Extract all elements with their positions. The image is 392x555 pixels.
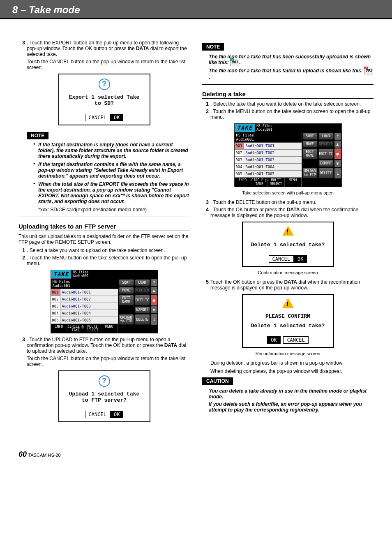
warning-icon xyxy=(282,298,294,308)
take-screen: TAKE HS FilesAudio001 HS FilesAudio001 0… xyxy=(51,270,158,333)
delete-confirm-dialog: Delete 1 selected take? CANCELOK xyxy=(242,222,334,267)
export-button[interactable]: EXPORT xyxy=(318,160,334,167)
delete-step-3: 3 . Touch the DELETE button on the pull-… xyxy=(202,199,374,205)
delete-button[interactable]: DELETE xyxy=(318,168,334,178)
edit-name-button[interactable]: EDIT NAME xyxy=(302,148,318,159)
export-button[interactable]: EXPORT xyxy=(135,306,150,313)
question-icon: ? xyxy=(99,79,110,90)
upload-dialog: ? Upload 1 selected take to FTP server? … xyxy=(58,370,150,422)
scroll-down-icon[interactable]: ▼ xyxy=(334,160,341,167)
left-column: 3 . Touch the EXPORT button on the pull-… xyxy=(18,40,190,426)
scroll-top-icon[interactable]: ⤒ xyxy=(334,133,341,140)
edit-tc-button[interactable]: EDIT TC xyxy=(135,295,150,305)
multi-select-button[interactable]: MULTI SELECT xyxy=(268,178,285,187)
menu-button[interactable]: MENU xyxy=(101,324,118,333)
scroll-thumb[interactable]: ● xyxy=(334,148,341,159)
sort-button[interactable]: SORT xyxy=(302,133,318,140)
scroll-down-icon[interactable]: ▼ xyxy=(151,306,157,313)
ok-button[interactable]: OK xyxy=(110,114,123,121)
take-row[interactable]: 005Audio001-T005 xyxy=(51,317,118,324)
info-button[interactable]: INFO xyxy=(235,178,251,187)
scroll-bottom-icon[interactable]: ⤓ xyxy=(151,314,157,325)
info-button[interactable]: INFO xyxy=(51,324,68,333)
caution-label: CAUTION xyxy=(202,377,233,385)
upload-step-1: 1 . Select a take you want to upload on … xyxy=(18,247,190,253)
scroll-up-icon[interactable]: ▲ xyxy=(334,141,341,148)
delete-reconfirm-dialog: PLEASE CONFIRM Delete 1 selected take? O… xyxy=(242,294,334,348)
scroll-up-icon[interactable]: ▲ xyxy=(151,287,157,294)
upload-ftp-button[interactable]: UPLOAD to FTP xyxy=(302,168,318,178)
upload-heading: Uploading takes to an FTP server xyxy=(18,223,190,231)
take-list: HS FilesAudio001 001Audio001-T001 002Aud… xyxy=(235,132,302,187)
cancel-button[interactable]: CANCEL xyxy=(85,114,110,121)
delete-step-5: 5 Touch the OK button or press the DATA … xyxy=(202,279,374,291)
delete-button[interactable]: DELETE xyxy=(135,314,150,325)
upload-fail-icon: ✗001 xyxy=(364,68,373,74)
take-row[interactable]: 002Audio001-T002 xyxy=(235,150,302,157)
take-list: HS FilesAudio001 001Audio001-T001 002Aud… xyxy=(51,279,118,333)
pull-up-menu: SORTLOAD⤒ MOVEREBUILD▲ EDIT NAMEEDIT TC●… xyxy=(118,279,158,333)
take-row[interactable]: 002Audio001-T002 xyxy=(51,296,118,303)
chapter-header: 8 – Take mode xyxy=(0,0,392,19)
load-button[interactable]: LOAD xyxy=(135,279,150,286)
ok-button[interactable]: OK xyxy=(294,255,307,263)
scroll-top-icon[interactable]: ⤒ xyxy=(151,279,157,286)
back-icon[interactable]: TAKE xyxy=(51,270,71,279)
export-step-3: 3 . Touch the EXPORT button on the pull-… xyxy=(18,40,190,70)
note-label: NOTE xyxy=(27,132,48,139)
upload-ok-icon: ✓001 xyxy=(230,60,239,66)
ok-button[interactable]: OK xyxy=(110,411,123,418)
upload-step-2: 2 . Touch the MENU button on the take se… xyxy=(18,255,190,266)
note-label: NOTE xyxy=(202,43,224,51)
circle-take-button[interactable]: CIRCLE @ TAKE xyxy=(67,324,84,333)
move-button[interactable]: MOVE xyxy=(302,141,318,148)
edit-name-button[interactable]: EDIT NAME xyxy=(119,295,134,305)
delete-step-4: 4 . Touch the OK button or press the DAT… xyxy=(202,207,374,218)
load-button[interactable]: LOAD xyxy=(318,133,334,140)
take-row[interactable]: 003Audio001-T003 xyxy=(51,303,118,310)
page-number: 60 xyxy=(18,450,27,458)
take-row[interactable]: 005Audio001-T005 xyxy=(235,171,302,178)
upload-ftp-button[interactable]: UPLOAD to FTP xyxy=(119,314,134,325)
ok-button[interactable]: OK xyxy=(267,336,280,344)
cancel-button[interactable]: CANCEL xyxy=(85,411,110,418)
rebuild-button[interactable]: REBUILD xyxy=(135,287,150,294)
take-row[interactable]: 004Audio001-T004 xyxy=(235,164,302,171)
pull-up-menu: SORTLOAD⤒ MOVEREBUILD▲ EDIT NAMEEDIT TC●… xyxy=(302,132,341,187)
model-name: TASCAM HS-20 xyxy=(28,453,60,458)
scroll-thumb[interactable]: ● xyxy=(151,295,157,305)
delete-step-2: 2 . Touch the MENU button on the take se… xyxy=(202,109,374,120)
take-row[interactable]: 003Audio001-T003 xyxy=(235,157,302,164)
warning-icon xyxy=(282,226,294,236)
page-footer: 60 TASCAM HS-20 xyxy=(0,434,392,467)
menu-button[interactable]: MENU xyxy=(285,178,302,187)
move-button[interactable]: MOVE xyxy=(119,287,134,294)
scroll-bottom-icon[interactable]: ⤓ xyxy=(334,168,341,178)
take-row[interactable]: 001Audio001-T001 xyxy=(235,143,302,150)
edit-tc-button[interactable]: EDIT TC xyxy=(318,148,334,159)
upload-step-3: 3 . Touch the UPLOAD to FTP button on th… xyxy=(18,337,190,367)
take-row[interactable]: 004Audio001-T004 xyxy=(51,310,118,317)
multi-select-button[interactable]: MULTI SELECT xyxy=(84,324,101,333)
chapter-title: 8 – Take mode xyxy=(12,4,380,16)
note-list: If the target destination is empty (does… xyxy=(18,142,190,204)
rebuild-button[interactable]: REBUILD xyxy=(318,141,334,148)
take-row[interactable]: 001Audio001-T001 xyxy=(51,289,118,296)
back-icon[interactable]: TAKE xyxy=(235,124,255,132)
question-icon: ? xyxy=(99,375,110,387)
export-dialog: ? Export 1 selected Take to SD? CANCELOK xyxy=(58,74,150,125)
right-column: NOTE The file icon for a take that has b… xyxy=(202,40,374,426)
delete-heading: Deleting a take xyxy=(202,90,374,99)
cancel-button[interactable]: CANCEL xyxy=(283,336,308,344)
delete-step-1: 1 . Select the take that you want to del… xyxy=(202,101,374,107)
circle-take-button[interactable]: CIRCLE @ TAKE xyxy=(251,178,268,187)
page-content: 3 . Touch the EXPORT button on the pull-… xyxy=(0,19,392,434)
sort-button[interactable]: SORT xyxy=(119,279,134,286)
take-screen: TAKE HS FilesAudio001 HS FilesAudio001 0… xyxy=(234,123,342,187)
cancel-button[interactable]: CANCEL xyxy=(269,255,294,263)
